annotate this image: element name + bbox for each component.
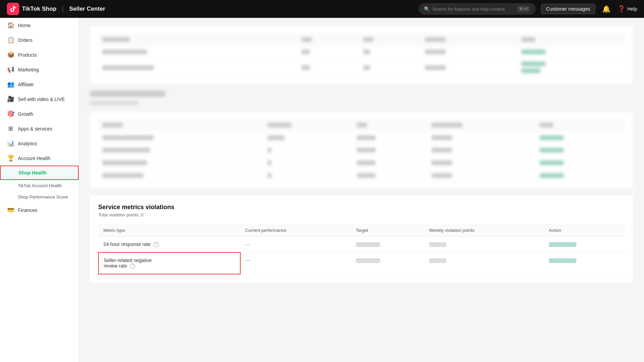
- search-icon: 🔍: [424, 6, 430, 12]
- sidebar-item-sell-video[interactable]: 🎥 Sell with video & LIVE: [0, 92, 79, 106]
- metric-name: 24-hour response rate: [103, 241, 151, 247]
- blurred-section-header: [90, 91, 633, 106]
- main-content: Service metrics violations Total violati…: [79, 18, 644, 362]
- products-icon: 📦: [7, 51, 14, 58]
- apps-services-icon: ⊞: [7, 125, 14, 132]
- sidebar-item-finances[interactable]: 💳 Finances: [0, 203, 79, 217]
- sidebar-item-growth-label: Growth: [18, 111, 33, 117]
- blurred-card-2: [90, 112, 633, 189]
- table-row: 24-hour response rate ? —: [99, 236, 625, 252]
- blurred-card-1: [90, 26, 633, 84]
- weekly-points-blur-2: [429, 258, 446, 263]
- affiliate-icon: 👥: [7, 81, 14, 88]
- marketing-icon: 📢: [7, 66, 14, 73]
- sidebar-item-home[interactable]: 🏠 Home: [0, 18, 79, 33]
- sidebar-item-marketing[interactable]: 📢 Marketing: [0, 62, 79, 77]
- current-value: —: [245, 241, 250, 247]
- search-shortcut: ⌘+K: [517, 6, 530, 12]
- sidebar-item-account-health[interactable]: 🏆 Account Health: [0, 151, 79, 166]
- logo: TikTok Shop: [7, 3, 56, 15]
- current-performance-cell-2: —: [240, 252, 351, 274]
- current-value-2: —: [245, 257, 250, 263]
- sidebar-item-shop-health-label: Shop Health: [19, 170, 47, 176]
- col-current-performance: Current performance: [240, 224, 351, 237]
- service-metrics-title: Service metrics violations: [98, 204, 625, 211]
- action-link-blur: [549, 242, 576, 247]
- service-metrics-subtitle: Total violation points: 0: [98, 212, 625, 217]
- metric-type-cell: 24-hour response rate ?: [99, 236, 240, 252]
- sidebar: 🏠 Home 📋 Orders 📦 Products 📢 Marketing 👥…: [0, 18, 79, 362]
- header-actions: Customer messages 🔔 ❓ Help: [541, 4, 637, 14]
- customer-messages-button[interactable]: Customer messages: [541, 4, 595, 14]
- metric-type-cell-highlighted: Seller-related negativereview rate ?: [99, 252, 240, 274]
- main-layout: 🏠 Home 📋 Orders 📦 Products 📢 Marketing 👥…: [0, 18, 644, 362]
- help-button[interactable]: ❓ Help: [618, 5, 637, 13]
- target-value-blur: [356, 242, 380, 247]
- target-value-blur-2: [356, 258, 380, 263]
- sidebar-item-affiliate[interactable]: 👥 Affiliate: [0, 77, 79, 92]
- orders-icon: 📋: [7, 36, 14, 44]
- shop-performance-score-label: Shop Performance Score: [18, 194, 68, 200]
- metric-name-negative-review: Seller-related negativereview rate: [104, 258, 152, 269]
- metrics-table: Metric type Current performance Target W…: [98, 224, 625, 275]
- search-placeholder: Search for features and help content: [433, 7, 505, 12]
- sidebar-item-finances-label: Finances: [18, 207, 37, 213]
- metrics-table-header-row: Metric type Current performance Target W…: [99, 224, 625, 237]
- sidebar-item-marketing-label: Marketing: [18, 67, 39, 72]
- sidebar-item-analytics-label: Analytics: [18, 141, 37, 146]
- header-title: Seller Center: [69, 5, 105, 12]
- sidebar-item-apps-services[interactable]: ⊞ Apps & services: [0, 121, 79, 136]
- target-cell-2: [351, 252, 425, 274]
- header: TikTok Shop | Seller Center 🔍 Search for…: [0, 0, 644, 18]
- action-cell-2: [544, 252, 625, 274]
- account-health-icon: 🏆: [7, 155, 14, 162]
- sidebar-item-products[interactable]: 📦 Products: [0, 47, 79, 62]
- sidebar-item-home-label: Home: [18, 23, 31, 28]
- analytics-icon: 📊: [7, 140, 14, 147]
- home-icon: 🏠: [7, 22, 14, 29]
- current-performance-cell: —: [240, 236, 351, 252]
- col-metric-type: Metric type: [99, 224, 240, 237]
- weekly-points-cell: [424, 236, 544, 252]
- action-cell: [544, 236, 625, 252]
- sidebar-item-orders[interactable]: 📋 Orders: [0, 33, 79, 47]
- col-target: Target: [351, 224, 425, 237]
- sell-video-icon: 🎥: [7, 95, 14, 103]
- weekly-points-blur: [429, 242, 446, 247]
- sidebar-item-orders-label: Orders: [18, 37, 33, 43]
- logo-text: TikTok Shop: [22, 5, 56, 12]
- help-label: Help: [627, 6, 637, 12]
- info-icon-2[interactable]: ?: [130, 263, 135, 269]
- sidebar-sub-item-shop-performance-score[interactable]: Shop Performance Score: [0, 191, 79, 203]
- target-cell: [351, 236, 425, 252]
- sidebar-sub-item-tiktok-account-health[interactable]: TikTok Account Health: [0, 180, 79, 191]
- sidebar-item-shop-health[interactable]: Shop Health: [0, 166, 79, 180]
- search-bar[interactable]: 🔍 Search for features and help content ⌘…: [419, 3, 536, 14]
- sidebar-item-account-health-label: Account Health: [18, 156, 50, 161]
- sidebar-item-sell-video-label: Sell with video & LIVE: [18, 97, 65, 102]
- notification-bell-icon[interactable]: 🔔: [602, 5, 611, 13]
- tiktok-logo-icon: [7, 3, 19, 15]
- sidebar-item-apps-services-label: Apps & services: [18, 126, 52, 132]
- table-row: Seller-related negativereview rate ? —: [99, 252, 625, 274]
- sidebar-item-analytics[interactable]: 📊 Analytics: [0, 136, 79, 151]
- help-circle-icon: ❓: [618, 5, 625, 13]
- weekly-points-cell-2: [424, 252, 544, 274]
- col-weekly-violation-points: Weekly violation points: [424, 224, 544, 237]
- blurred-top-section: [90, 26, 633, 189]
- header-divider: |: [62, 5, 64, 13]
- sidebar-item-products-label: Products: [18, 52, 37, 58]
- info-icon[interactable]: ?: [153, 242, 159, 247]
- col-action: Action: [544, 224, 625, 237]
- action-link-blur-2: [549, 258, 576, 263]
- sidebar-item-affiliate-label: Affiliate: [18, 82, 34, 87]
- sidebar-item-growth[interactable]: 🎯 Growth: [0, 106, 79, 121]
- finances-icon: 💳: [7, 206, 14, 214]
- tiktok-account-health-label: TikTok Account Health: [18, 183, 62, 188]
- service-metrics-section: Service metrics violations Total violati…: [90, 195, 633, 283]
- growth-icon: 🎯: [7, 110, 14, 117]
